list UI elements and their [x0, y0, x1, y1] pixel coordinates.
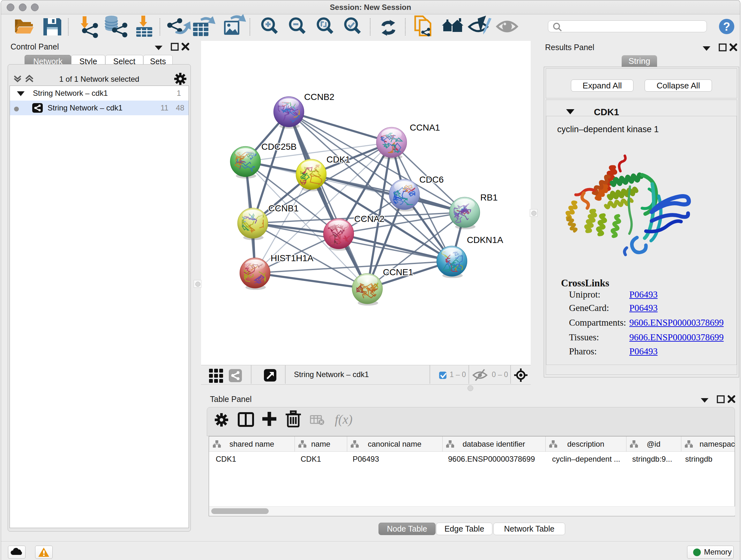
- svg-text:?: ?: [723, 20, 730, 33]
- svg-text:CCNB1: CCNB1: [268, 203, 299, 213]
- svg-text:CDC25B: CDC25B: [261, 142, 296, 152]
- svg-text:CCNE1: CCNE1: [383, 267, 413, 277]
- svg-text:CDKN1A: CDKN1A: [467, 235, 503, 245]
- svg-text:HIST1H1A: HIST1H1A: [271, 253, 313, 263]
- svg-text:CCNA2: CCNA2: [354, 214, 385, 224]
- svg-text:f(x): f(x): [335, 412, 353, 427]
- svg-text:CDK1: CDK1: [327, 154, 350, 165]
- svg-text:CDC6: CDC6: [419, 175, 444, 185]
- svg-text:CCNA1: CCNA1: [410, 123, 440, 132]
- svg-text:RB1: RB1: [480, 192, 497, 202]
- svg-text:CCNB2: CCNB2: [304, 92, 334, 102]
